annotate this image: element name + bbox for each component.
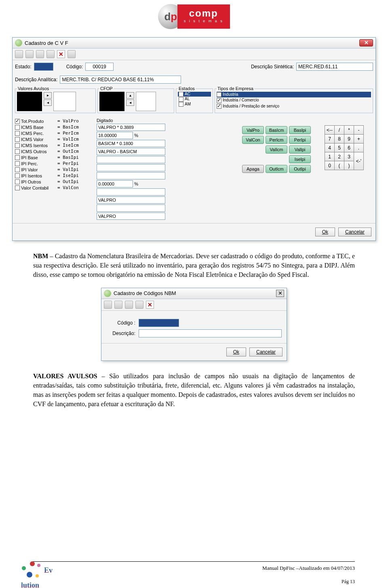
valores-list[interactable] (17, 92, 42, 111)
legend-valores: Valores Avulsos (17, 86, 50, 91)
cancel-button[interactable]: Cancelar (338, 228, 371, 236)
keypad-key[interactable]: * (344, 126, 354, 135)
var-button-basipi[interactable]: BasIpi (289, 126, 311, 134)
inp-basicm[interactable] (97, 140, 165, 147)
ok-button[interactable]: Ok (315, 228, 335, 236)
inp-10[interactable] (97, 196, 165, 204)
mapping-row: ICMS Perc.= PerIcm (15, 130, 94, 136)
estado-combo[interactable] (34, 63, 53, 71)
var-button-valpro[interactable]: ValPro (242, 126, 264, 134)
chk-ac[interactable] (179, 92, 183, 97)
cfop-move-button[interactable]: ◂ (126, 99, 134, 106)
ok-button-nbm[interactable]: Ok (226, 348, 246, 356)
inp-5[interactable] (97, 156, 165, 163)
desc-analitica-input[interactable] (60, 76, 181, 84)
inp-9[interactable] (97, 188, 165, 196)
keypad-key[interactable]: 7 (325, 135, 335, 143)
keypad-key[interactable]: 8 (335, 135, 344, 143)
tb2-icon-3[interactable] (125, 301, 133, 309)
var-button-valcon[interactable]: ValCon (242, 136, 264, 144)
mapping-checkbox[interactable] (15, 167, 20, 172)
toolbar-icon-3[interactable] (36, 50, 44, 58)
keypad-key[interactable]: 5 (335, 143, 344, 152)
descricao-nbm-input[interactable] (139, 329, 282, 337)
var-button-valicm[interactable]: ValIcm (266, 145, 287, 154)
mapping-checkbox[interactable] (15, 173, 20, 178)
keypad-key[interactable]: / (335, 126, 344, 135)
valores-selected[interactable] (53, 92, 76, 111)
window-cadastro-cvf: Cadastro de C V F ✕ ✕ Estado: Código: De… (12, 37, 376, 241)
mapping-checkbox[interactable] (15, 137, 20, 142)
inp-7[interactable] (97, 172, 165, 179)
keypad-key[interactable]: 4 (325, 143, 335, 152)
var-button-pericm[interactable]: PerIcm (266, 136, 287, 144)
estados-list[interactable]: AC AL AM (178, 92, 211, 111)
toolbar-delete-icon[interactable]: ✕ (57, 50, 65, 58)
var-button-outicm[interactable]: OutIcm (266, 165, 287, 173)
mapping-checkbox[interactable] (15, 119, 20, 124)
keypad-key[interactable]: <-- (325, 126, 335, 135)
inp-valpro[interactable] (97, 124, 165, 131)
chk-ind-comercio[interactable] (217, 98, 221, 103)
mapping-checkbox[interactable] (15, 179, 20, 184)
inp-pct2[interactable] (97, 180, 133, 188)
codigo-nbm-input[interactable] (139, 319, 179, 327)
cfop-list[interactable] (99, 92, 124, 111)
inp-11[interactable] (97, 204, 165, 212)
inp-12[interactable] (97, 213, 165, 220)
keypad-key[interactable]: + (354, 135, 364, 143)
keypad-key[interactable]: 2 (335, 152, 344, 161)
keypad-key[interactable]: 3 (344, 152, 354, 161)
toolbar-icon-4[interactable] (46, 50, 55, 58)
tb2-icon-1[interactable] (104, 301, 112, 309)
mapping-checkbox[interactable] (15, 131, 20, 136)
toolbar-icon-6[interactable] (67, 50, 76, 58)
var-button-iseipi[interactable]: IseIpi (289, 155, 311, 163)
keypad-key[interactable]: 6 (344, 143, 354, 152)
keypad-key[interactable]: 1 (325, 152, 335, 161)
move-right-button[interactable]: ▸ (44, 92, 52, 99)
codigo-input[interactable] (85, 63, 114, 71)
var-button-basicm[interactable]: BasIcm (266, 126, 287, 134)
keypad-key[interactable]: 0 (325, 161, 335, 170)
keypad-key[interactable]: . (354, 143, 364, 152)
cancel-button-nbm[interactable]: Cancelar (249, 348, 283, 356)
desc-sintetica-input[interactable] (296, 63, 373, 71)
tb2-icon-4[interactable] (135, 301, 143, 309)
var-button-apaga[interactable]: Apaga (242, 165, 264, 173)
toolbar-icon-1[interactable] (15, 50, 23, 58)
mapping-checkbox[interactable] (15, 161, 20, 166)
mapping-row: ICMS Outros= OutIcm (15, 148, 94, 154)
var-button-valipi[interactable]: ValIpi (289, 145, 311, 154)
close-button-nbm[interactable]: ✕ (276, 290, 284, 297)
var-button-outipi[interactable]: OutIpi (289, 165, 311, 173)
mapping-checkbox[interactable] (15, 149, 20, 154)
chk-am[interactable] (179, 102, 183, 107)
mapping-checkbox[interactable] (15, 185, 20, 190)
inp-valpro-basicm[interactable] (97, 148, 165, 155)
cfop-selected[interactable] (136, 92, 156, 111)
toolbar-icon-2[interactable] (25, 50, 34, 58)
inp-6[interactable] (97, 164, 165, 171)
mapping-checkbox[interactable] (15, 143, 20, 148)
mapping-eq: = OutIpi (57, 179, 86, 184)
keypad-key[interactable]: ( (335, 161, 344, 170)
mapping-checkbox[interactable] (15, 155, 20, 160)
mapping-checkbox[interactable] (15, 125, 20, 130)
keypad-key[interactable]: ) (344, 161, 354, 170)
tb2-delete-icon[interactable]: ✕ (146, 301, 154, 309)
close-button[interactable]: ✕ (359, 39, 373, 46)
keypad-key[interactable]: - (354, 126, 364, 135)
chk-industria[interactable] (217, 92, 221, 97)
keypad-key[interactable]: <-' (354, 152, 364, 170)
cfop-up-button[interactable]: ▴ (126, 92, 134, 99)
tb2-icon-2[interactable] (114, 301, 122, 309)
tipos-list[interactable]: Industria Industria / Comercio Industria… (217, 92, 371, 109)
keypad-key[interactable]: 9 (344, 135, 354, 143)
move-left-button[interactable]: ◂ (44, 99, 52, 106)
inp-pct1[interactable] (97, 132, 133, 139)
mapping-eq: = PerIcm (57, 131, 86, 136)
chk-ind-prestacao[interactable] (217, 104, 221, 109)
var-button-peripi[interactable]: PerIpi (289, 136, 311, 144)
chk-al[interactable] (179, 97, 183, 102)
